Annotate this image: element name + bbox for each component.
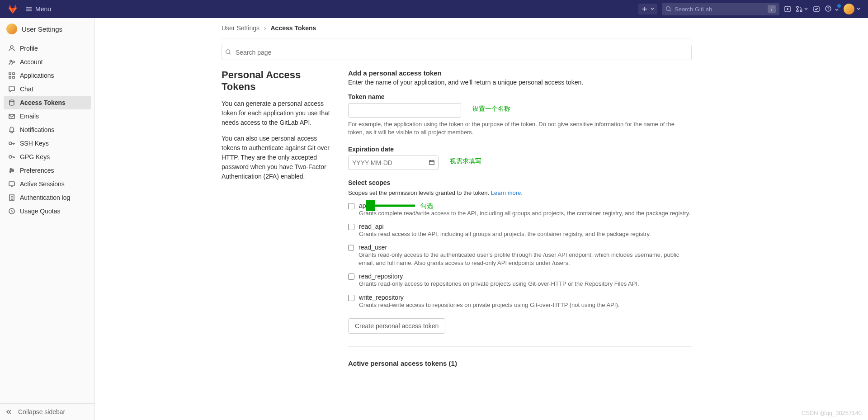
sidebar-item-label: Profile bbox=[20, 45, 38, 52]
sidebar-header[interactable]: User Settings bbox=[0, 18, 94, 40]
annotation-name: 设置一个名称 bbox=[472, 105, 510, 113]
scope-read_repository: read_repositoryGrants read-only access t… bbox=[348, 273, 692, 288]
sidebar-item-ssh-keys[interactable]: SSH Keys bbox=[4, 137, 91, 150]
breadcrumb-separator: › bbox=[264, 24, 266, 32]
scope-read_api: read_apiGrants read access to the API, i… bbox=[348, 223, 692, 238]
page-search-input[interactable] bbox=[222, 45, 692, 60]
annotation-date: 视需求填写 bbox=[450, 157, 481, 165]
token-name-label: Token name bbox=[348, 93, 692, 100]
sidebar-item-label: Usage Quotas bbox=[20, 208, 61, 215]
user-menu[interactable] bbox=[844, 4, 861, 14]
scope-description: Grants read-only access to the authentic… bbox=[359, 251, 692, 267]
chevron-down-icon bbox=[835, 8, 839, 12]
issues-icon[interactable] bbox=[784, 5, 791, 13]
menu-button[interactable]: Menu bbox=[25, 5, 51, 13]
bell-icon bbox=[8, 126, 15, 133]
sidebar-item-chat[interactable]: Chat bbox=[4, 82, 91, 96]
topbar: Menu / ? bbox=[0, 0, 868, 18]
menu-label: Menu bbox=[35, 5, 51, 13]
breadcrumb-root[interactable]: User Settings bbox=[222, 24, 259, 32]
chevron-down-icon bbox=[650, 7, 655, 11]
token-icon bbox=[8, 99, 15, 106]
create-token-button[interactable]: Create personal access token bbox=[348, 318, 445, 334]
learn-more-link[interactable]: Learn more. bbox=[491, 189, 523, 196]
sidebar-item-label: GPG Keys bbox=[20, 153, 50, 160]
sidebar-item-gpg-keys[interactable]: GPG Keys bbox=[4, 150, 91, 164]
svg-rect-15 bbox=[13, 76, 14, 78]
page-desc-2: You can also use personal access tokens … bbox=[222, 134, 330, 181]
svg-rect-13 bbox=[13, 73, 14, 75]
quota-icon bbox=[8, 208, 15, 215]
avatar bbox=[844, 4, 854, 14]
svg-rect-23 bbox=[9, 182, 14, 186]
scope-label: api bbox=[359, 202, 690, 209]
sidebar-item-label: Notifications bbox=[20, 126, 54, 133]
account-icon bbox=[8, 58, 15, 66]
svg-rect-12 bbox=[9, 73, 11, 75]
session-icon bbox=[8, 180, 15, 188]
form-title: Add a personal access token bbox=[348, 69, 692, 77]
svg-rect-14 bbox=[9, 76, 11, 78]
scope-api: apiGrants complete read/write access to … bbox=[348, 202, 692, 217]
global-search[interactable]: / bbox=[662, 3, 779, 15]
global-search-input[interactable] bbox=[675, 6, 768, 13]
chat-icon bbox=[8, 85, 15, 93]
sidebar-item-authentication-log[interactable]: Authentication log bbox=[4, 191, 91, 204]
sidebar-item-applications[interactable]: Applications bbox=[4, 69, 91, 82]
token-name-help: For example, the application using the t… bbox=[348, 120, 692, 137]
form-subtitle: Enter the name of your application, and … bbox=[348, 79, 692, 86]
scope-checkbox-api[interactable] bbox=[348, 203, 354, 209]
scopes-help: Scopes set the permission levels granted… bbox=[348, 189, 491, 196]
sidebar: User Settings ProfileAccountApplications… bbox=[0, 18, 95, 420]
calendar-icon[interactable] bbox=[429, 159, 435, 165]
create-new-dropdown[interactable] bbox=[638, 4, 657, 14]
page-title: Personal Access Tokens bbox=[222, 69, 330, 93]
gitlab-logo[interactable] bbox=[7, 4, 18, 14]
help-dropdown[interactable]: ? bbox=[825, 5, 839, 14]
sidebar-item-preferences[interactable]: Preferences bbox=[4, 164, 91, 177]
sidebar-item-access-tokens[interactable]: Access Tokens bbox=[4, 96, 91, 109]
svg-point-16 bbox=[9, 100, 14, 102]
mail-icon bbox=[8, 113, 15, 120]
sidebar-item-emails[interactable]: Emails bbox=[4, 109, 91, 123]
expiration-input[interactable] bbox=[348, 156, 439, 170]
svg-point-5 bbox=[800, 10, 802, 12]
sidebar-item-notifications[interactable]: Notifications bbox=[4, 123, 91, 137]
sidebar-item-profile[interactable]: Profile bbox=[4, 42, 91, 55]
page-search bbox=[222, 45, 692, 60]
key-icon bbox=[8, 153, 15, 160]
token-name-input[interactable] bbox=[348, 103, 461, 118]
svg-point-20 bbox=[10, 169, 12, 170]
sidebar-item-account[interactable]: Account bbox=[4, 55, 91, 69]
todos-icon[interactable] bbox=[813, 5, 820, 13]
sidebar-title: User Settings bbox=[22, 25, 62, 33]
scope-label: read_repository bbox=[359, 273, 639, 280]
scope-write_repository: write_repositoryGrants read-write access… bbox=[348, 294, 692, 309]
scope-checkbox-write_repository[interactable] bbox=[348, 295, 354, 301]
active-tokens-title: Active personal access tokens (1) bbox=[348, 359, 692, 367]
avatar bbox=[6, 24, 17, 34]
scope-checkbox-read_user[interactable] bbox=[348, 245, 354, 251]
svg-text:?: ? bbox=[827, 6, 830, 11]
notification-dot bbox=[837, 4, 841, 8]
sidebar-item-label: Authentication log bbox=[20, 194, 70, 201]
scope-checkbox-read_api[interactable] bbox=[348, 224, 354, 230]
hamburger-icon bbox=[25, 5, 33, 13]
search-icon bbox=[665, 6, 672, 12]
svg-point-2 bbox=[787, 8, 788, 10]
search-icon bbox=[225, 49, 231, 55]
sidebar-item-active-sessions[interactable]: Active Sessions bbox=[4, 177, 91, 191]
expiration-label: Expiration date bbox=[348, 146, 692, 153]
scope-read_user: read_userGrants read-only access to the … bbox=[348, 244, 692, 267]
collapse-icon bbox=[6, 408, 14, 415]
collapse-sidebar[interactable]: Collapse sidebar bbox=[0, 403, 94, 420]
profile-icon bbox=[8, 45, 15, 52]
scope-checkbox-read_repository[interactable] bbox=[348, 274, 354, 280]
sidebar-item-label: Access Tokens bbox=[20, 99, 66, 106]
breadcrumb-current: Access Tokens bbox=[271, 24, 316, 32]
scope-description: Grants read-only access to repositories … bbox=[359, 280, 639, 288]
scope-label: write_repository bbox=[359, 294, 619, 301]
sidebar-item-usage-quotas[interactable]: Usage Quotas bbox=[4, 204, 91, 218]
prefs-icon bbox=[8, 167, 15, 174]
merge-requests-dropdown[interactable] bbox=[796, 5, 808, 13]
